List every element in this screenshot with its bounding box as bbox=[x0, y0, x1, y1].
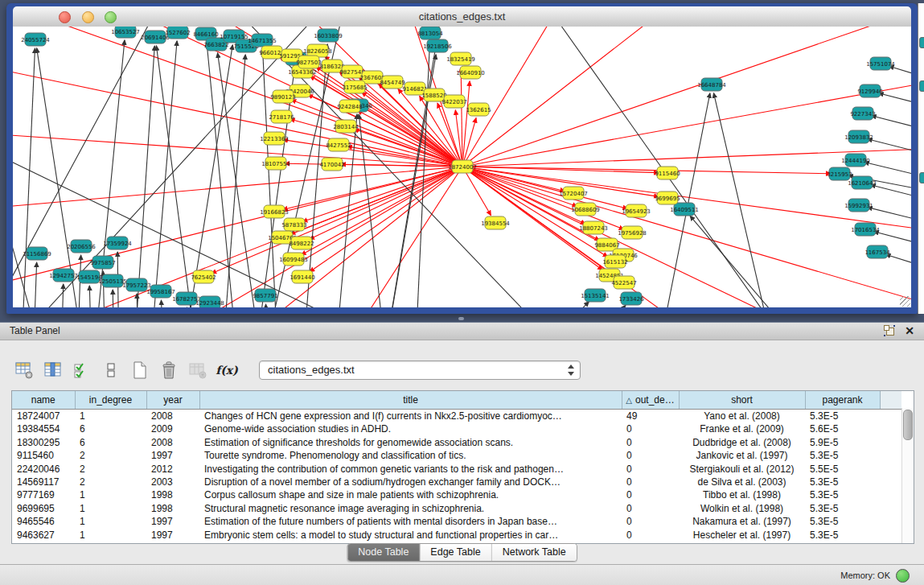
graph-node[interactable]: 12093832 bbox=[844, 130, 873, 143]
graph-node[interactable]: 19218506 bbox=[423, 39, 452, 52]
graph-node[interactable]: 12213363 bbox=[260, 132, 289, 145]
table-cell[interactable]: 9777169 bbox=[12, 488, 75, 501]
column-header-year[interactable]: year bbox=[146, 391, 199, 410]
delete-trash-icon[interactable] bbox=[159, 360, 179, 380]
graph-node[interactable]: 9242848 bbox=[337, 100, 362, 113]
table-cell[interactable]: 2012 bbox=[146, 463, 199, 476]
float-panel-icon[interactable] bbox=[884, 325, 895, 336]
column-header-name[interactable]: name bbox=[12, 391, 75, 410]
graph-node[interactable]: 10653527 bbox=[111, 27, 140, 38]
table-cell[interactable]: Estimation of significance thresholds fo… bbox=[199, 436, 622, 449]
table-cell[interactable]: 19384554 bbox=[12, 422, 75, 435]
table-cell[interactable]: Genome-wide association studies in ADHD. bbox=[199, 422, 622, 435]
table-cell[interactable]: 1997 bbox=[146, 529, 199, 542]
table-row[interactable]: 946362711997Embryonic stem cells: a mode… bbox=[12, 529, 901, 542]
table-cell[interactable]: 0 bbox=[622, 463, 679, 476]
table-cell[interactable]: 1 bbox=[75, 502, 146, 515]
row-mode-icon[interactable] bbox=[101, 360, 121, 380]
table-cell[interactable]: 2008 bbox=[146, 436, 199, 449]
table-cell[interactable]: 1997 bbox=[146, 449, 199, 462]
graph-node[interactable]: 19756928 bbox=[618, 226, 647, 239]
graph-node[interactable]: 9827503 bbox=[296, 56, 321, 68]
table-cell[interactable]: 9463627 bbox=[12, 529, 75, 542]
graph-node[interactable]: 16648784 bbox=[697, 78, 726, 91]
table-cell[interactable]: 5.9E-5 bbox=[805, 436, 880, 449]
network-view-canvas[interactable]: 2405572410653527206914061527602846616076… bbox=[13, 27, 911, 307]
column-header-short[interactable]: short bbox=[679, 391, 805, 410]
graph-node[interactable]: 8498222 bbox=[289, 237, 314, 249]
graph-node[interactable]: 12942757 bbox=[49, 269, 78, 282]
table-row[interactable]: 946554611997Estimation of the future num… bbox=[12, 515, 901, 528]
graph-node[interactable]: 1167534 bbox=[864, 245, 890, 258]
table-cell[interactable]: Yano et al. (2008) bbox=[679, 410, 805, 423]
tab-network-table[interactable]: Network Table bbox=[492, 544, 577, 561]
table-cell[interactable]: Estimation of the future numbers of pati… bbox=[199, 515, 622, 528]
table-cell[interactable]: Investigating the contribution of common… bbox=[199, 463, 622, 476]
graph-node[interactable]: 17016534 bbox=[851, 223, 880, 236]
table-cell[interactable]: Disruption of a novel member of a sodium… bbox=[199, 476, 622, 488]
column-header-title[interactable]: title bbox=[199, 391, 622, 410]
graph-node[interactable]: 19384554 bbox=[481, 216, 510, 229]
graph-node[interactable]: 17359924 bbox=[103, 237, 132, 249]
graph-node[interactable]: 3215953 bbox=[827, 167, 852, 180]
toggle-column-display-icon[interactable] bbox=[43, 360, 63, 380]
table-row[interactable]: 1830029562008Estimation of significance … bbox=[12, 436, 901, 449]
graph-node[interactable]: 2718176 bbox=[269, 110, 294, 123]
table-cell[interactable]: 9699695 bbox=[12, 502, 75, 515]
graph-node[interactable]: 15135141 bbox=[581, 289, 610, 302]
table-cell[interactable]: 18724007 bbox=[12, 410, 75, 423]
table-cell[interactable]: 1 bbox=[75, 410, 146, 423]
table-cell[interactable]: 1 bbox=[75, 488, 146, 501]
table-cell[interactable]: 2 bbox=[75, 463, 146, 476]
table-cell[interactable]: 2 bbox=[75, 449, 146, 462]
graph-node[interactable]: 16033809 bbox=[314, 29, 343, 42]
table-cell[interactable]: 5.3E-5 bbox=[805, 410, 880, 423]
table-cell[interactable]: 2003 bbox=[146, 476, 199, 488]
table-cell[interactable]: 18300295 bbox=[12, 436, 75, 449]
graph-node[interactable]: 1691440 bbox=[290, 270, 314, 283]
graph-node[interactable]: 18807243 bbox=[579, 221, 608, 234]
graph-node[interactable]: 16640910 bbox=[456, 66, 485, 79]
graph-node[interactable]: 15992931 bbox=[844, 199, 873, 212]
graph-node[interactable]: 16099483 bbox=[279, 253, 308, 266]
tab-node-table[interactable]: Node Table bbox=[347, 544, 420, 561]
table-cell[interactable]: Franke et al. (2009) bbox=[679, 422, 805, 435]
graph-node[interactable]: 1527602 bbox=[165, 27, 190, 39]
table-cell[interactable]: 49 bbox=[622, 410, 679, 423]
table-cell[interactable]: 5.3E-5 bbox=[805, 476, 880, 488]
table-cell[interactable]: 6 bbox=[75, 422, 146, 435]
table-row[interactable]: 911546021997Tourette syndrome. Phenomeno… bbox=[12, 449, 901, 462]
graph-node[interactable]: 1362615 bbox=[466, 103, 491, 116]
graph-node[interactable]: 4522547 bbox=[611, 276, 636, 289]
table-row[interactable]: 2242004622012Investigating the contribut… bbox=[12, 463, 901, 476]
table-cell[interactable]: 2 bbox=[75, 476, 146, 488]
graph-node[interactable]: 24055724 bbox=[21, 33, 50, 46]
table-cell[interactable]: 0 bbox=[622, 488, 679, 501]
graph-node[interactable]: 10688609 bbox=[571, 203, 600, 216]
column-header-pagerank[interactable]: pagerank bbox=[805, 391, 880, 410]
graph-node[interactable]: 15720407 bbox=[559, 187, 588, 200]
graph-node[interactable]: 8454749 bbox=[380, 76, 405, 89]
table-cell[interactable]: 5.3E-5 bbox=[805, 515, 880, 528]
table-cell[interactable]: 1998 bbox=[146, 488, 199, 501]
graph-node[interactable]: 14671355 bbox=[248, 34, 277, 47]
table-cell[interactable]: 1998 bbox=[146, 502, 199, 515]
table-cell[interactable]: 0 bbox=[622, 422, 679, 435]
memory-ok-indicator-icon[interactable] bbox=[896, 569, 910, 583]
table-cell[interactable]: Structural magnetic resonance image aver… bbox=[199, 502, 622, 515]
table-cell[interactable]: 6 bbox=[75, 436, 146, 449]
table-cell[interactable]: Jankovic et al. (1997) bbox=[679, 449, 805, 462]
splitter-handle[interactable] bbox=[458, 317, 464, 320]
table-cell[interactable]: 5.5E-5 bbox=[805, 463, 880, 476]
table-row[interactable]: 969969511998Structural magnetic resonanc… bbox=[12, 502, 901, 515]
table-cell[interactable]: 5.3E-5 bbox=[805, 449, 880, 462]
vertical-scrollbar[interactable] bbox=[901, 408, 914, 543]
graph-node[interactable]: 2803144 bbox=[333, 120, 359, 133]
table-cell[interactable]: 0 bbox=[622, 502, 679, 515]
table-cell[interactable]: 0 bbox=[622, 436, 679, 449]
graph-node[interactable]: 9227343 bbox=[850, 107, 875, 120]
table-cell[interactable]: Nakamura et al. (1997) bbox=[679, 515, 805, 528]
graph-node[interactable]: 1615132 bbox=[602, 255, 627, 268]
graph-node[interactable]: 7625402 bbox=[191, 270, 216, 283]
column-header-out_de[interactable]: △out_de… bbox=[622, 391, 679, 410]
